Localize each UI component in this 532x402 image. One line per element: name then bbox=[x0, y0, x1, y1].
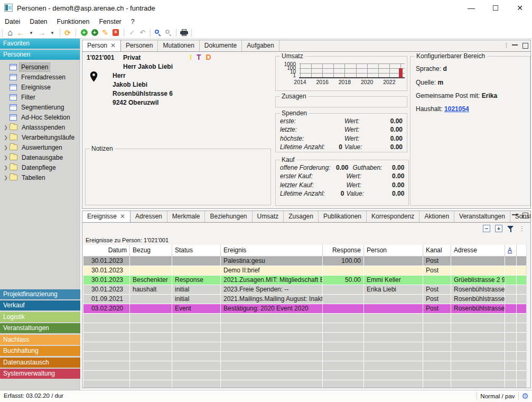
sidebar-header-favoriten[interactable]: Favoriten bbox=[0, 39, 80, 49]
events-panel-maximize-icon[interactable] bbox=[522, 213, 528, 218]
window-close-button[interactable]: ✕ bbox=[508, 0, 532, 16]
table-empty-row bbox=[83, 352, 526, 361]
close-tab-icon[interactable]: ✕ bbox=[120, 211, 125, 222]
x-tick-label: 2018 bbox=[335, 79, 353, 85]
back-dropdown-icon[interactable]: ▾ bbox=[26, 28, 36, 38]
sidebar-item-ad-hoc-selektion[interactable]: Ad-Hoc Selektion bbox=[0, 112, 80, 122]
table-row[interactable]: 30.01.2023Palestina:gesu100.00Post bbox=[83, 257, 526, 266]
menu-item-datei[interactable]: Datei bbox=[0, 17, 25, 26]
module-bar-veranstaltungen[interactable]: Veranstaltungen bbox=[0, 323, 80, 333]
module-bar-verkauf[interactable]: Verkauf bbox=[0, 300, 80, 310]
window-minimize-button[interactable]: — bbox=[459, 0, 483, 16]
module-bar-logistik[interactable]: Logistik bbox=[0, 312, 80, 322]
menu-item-funktionen[interactable]: Funktionen bbox=[52, 17, 95, 26]
add-icon[interactable]: + bbox=[79, 28, 89, 38]
sidebar-item-ereignisse[interactable]: Ereignisse bbox=[0, 82, 80, 92]
sidebar-item-datenpflege[interactable]: ❯Datenpflege bbox=[0, 162, 80, 172]
chevron-right-icon[interactable]: ❯ bbox=[2, 175, 10, 180]
module-bar-projektfinanzierung[interactable]: Projektfinanzierung bbox=[0, 289, 80, 299]
events-tab-merkmale[interactable]: Merkmale bbox=[167, 211, 206, 222]
search-secondary-icon[interactable] bbox=[163, 28, 174, 38]
events-tab-ereignisse[interactable]: Ereignisse✕ bbox=[82, 211, 130, 222]
collapse-all-button[interactable]: − bbox=[483, 225, 490, 232]
table-row[interactable]: 03.02.2020EventBestätigung: 2020 Event 2… bbox=[83, 304, 526, 314]
module-bar-datenaustausch[interactable]: Datenaustausch bbox=[0, 358, 80, 368]
forward-icon[interactable]: → bbox=[36, 28, 47, 38]
chevron-right-icon[interactable]: ❯ bbox=[2, 135, 10, 140]
undo-icon[interactable]: ↶ bbox=[137, 28, 148, 38]
back-icon[interactable]: ← bbox=[15, 28, 26, 38]
menu-item-fenster[interactable]: Fenster bbox=[94, 17, 126, 26]
events-tab-beziehungen[interactable]: Beziehungen bbox=[205, 211, 252, 222]
settings-gear-icon[interactable]: ⚙ bbox=[522, 392, 529, 400]
person-tab-personen[interactable]: Personen bbox=[121, 40, 158, 51]
events-tab-publikationen[interactable]: Publikationen bbox=[319, 211, 367, 222]
filter-funnel-icon[interactable] bbox=[507, 225, 514, 232]
sidebar-header-personen[interactable]: Personen bbox=[0, 50, 80, 60]
column-header-adresse[interactable]: Adresse bbox=[451, 245, 505, 256]
expand-all-button[interactable]: + bbox=[495, 225, 502, 232]
person-panel-kebab-icon[interactable]: ⁞ bbox=[506, 42, 507, 49]
table-row[interactable]: 30.01.2023BeschenkterResponse2021.Zusage… bbox=[83, 276, 526, 285]
cell-response: 50.00 bbox=[323, 276, 364, 285]
events-tab-aktionen[interactable]: Aktionen bbox=[419, 211, 454, 222]
sidebar-item-personen[interactable]: Personen bbox=[0, 62, 80, 72]
module-bar-buchhaltung[interactable]: Buchhaltung bbox=[0, 346, 80, 356]
table-row[interactable]: 30.01.2023Demo II:briefPost bbox=[83, 266, 526, 276]
chevron-right-icon[interactable]: ❯ bbox=[2, 165, 10, 170]
search-icon[interactable] bbox=[153, 28, 163, 38]
form-icon bbox=[10, 64, 17, 70]
events-panel-minimize-icon[interactable] bbox=[512, 214, 518, 215]
person-tab-aufgaben[interactable]: Aufgaben bbox=[242, 40, 279, 51]
person-panel-maximize-icon[interactable] bbox=[522, 43, 528, 49]
column-header-status[interactable]: Status bbox=[172, 245, 221, 256]
person-panel-minimize-icon[interactable] bbox=[512, 44, 518, 45]
confirm-check-icon[interactable]: ✓ bbox=[127, 28, 137, 38]
column-header-response[interactable]: Response bbox=[323, 245, 364, 256]
sidebar-item-anlassspenden[interactable]: ❯Anlassspenden bbox=[0, 122, 80, 132]
column-header-ereignis[interactable]: Ereignis bbox=[221, 245, 323, 256]
haushalt-link[interactable]: 1021054 bbox=[444, 105, 469, 113]
forward-dropdown-icon[interactable]: ▾ bbox=[47, 28, 58, 38]
sidebar-item-filter[interactable]: Filter bbox=[0, 92, 80, 102]
table-row[interactable]: 30.01.2023haushaltinitial2023.Freie Spen… bbox=[83, 285, 526, 295]
edit-pencil-icon[interactable]: ✎ bbox=[100, 28, 110, 38]
events-tab-umsatz[interactable]: Umsatz bbox=[253, 211, 284, 222]
person-tab-mutationen[interactable]: Mutationen bbox=[158, 40, 199, 51]
column-header-kanal[interactable]: Kanal bbox=[423, 245, 451, 256]
sidebar-item-auswertungen[interactable]: ❯Auswertungen bbox=[0, 142, 80, 152]
sidebar-item-fremdadressen[interactable]: Fremdadressen bbox=[0, 72, 80, 82]
table-row[interactable]: 01.09.2021initial2021.Mailings.Mailing A… bbox=[83, 295, 526, 304]
close-tab-icon[interactable]: ✕ bbox=[110, 40, 116, 51]
chevron-right-icon[interactable]: ❯ bbox=[2, 125, 10, 130]
events-tab-korrespondenz[interactable]: Korrespondenz bbox=[367, 211, 419, 222]
events-table-scrollbar[interactable] bbox=[526, 245, 530, 388]
window-maximize-button[interactable]: ☐ bbox=[483, 0, 508, 16]
events-tab-veranstaltungen[interactable]: Veranstaltungen bbox=[454, 211, 510, 222]
menu-item-daten[interactable]: Daten bbox=[25, 17, 52, 26]
module-bar-nachlass[interactable]: Nachlass bbox=[0, 335, 80, 345]
sidebar-item-verarbeitungsläufe[interactable]: ❯Verarbeitungsläufe bbox=[0, 132, 80, 142]
chevron-right-icon[interactable]: ❯ bbox=[2, 145, 10, 150]
person-tab-person[interactable]: Person✕ bbox=[82, 40, 121, 51]
person-tab-dokumente[interactable]: Dokumente bbox=[200, 40, 242, 51]
column-header-a[interactable]: A bbox=[505, 245, 517, 256]
sidebar-item-datenausgabe[interactable]: ❯Datenausgabe bbox=[0, 152, 80, 162]
refresh-icon[interactable]: ⟳ bbox=[62, 28, 73, 38]
sidebar-item-tabellen[interactable]: ❯Tabellen bbox=[0, 172, 80, 182]
add-special-icon[interactable]: + bbox=[89, 28, 100, 38]
notes-fieldset[interactable]: Notizen bbox=[85, 145, 271, 205]
events-tab-zusagen[interactable]: Zusagen bbox=[284, 211, 319, 222]
delete-trash-icon[interactable]: × bbox=[110, 28, 121, 38]
events-tab-adressen[interactable]: Adressen bbox=[130, 211, 167, 222]
chevron-right-icon[interactable]: ❯ bbox=[2, 155, 10, 160]
module-bar-systemverwaltung[interactable]: Systemverwaltung bbox=[0, 369, 80, 379]
events-kebab-icon[interactable]: ⋮ bbox=[519, 225, 525, 232]
column-header-datum[interactable]: Datum bbox=[83, 245, 130, 256]
home-icon[interactable]: ⌂ bbox=[5, 28, 15, 38]
column-header-bezug[interactable]: Bezug bbox=[130, 245, 172, 256]
column-header-person[interactable]: Person bbox=[364, 245, 423, 256]
menu-item-?[interactable]: ? bbox=[126, 17, 139, 26]
sidebar-item-segmentierung[interactable]: Segmentierung bbox=[0, 102, 80, 112]
print-icon[interactable] bbox=[179, 28, 189, 38]
